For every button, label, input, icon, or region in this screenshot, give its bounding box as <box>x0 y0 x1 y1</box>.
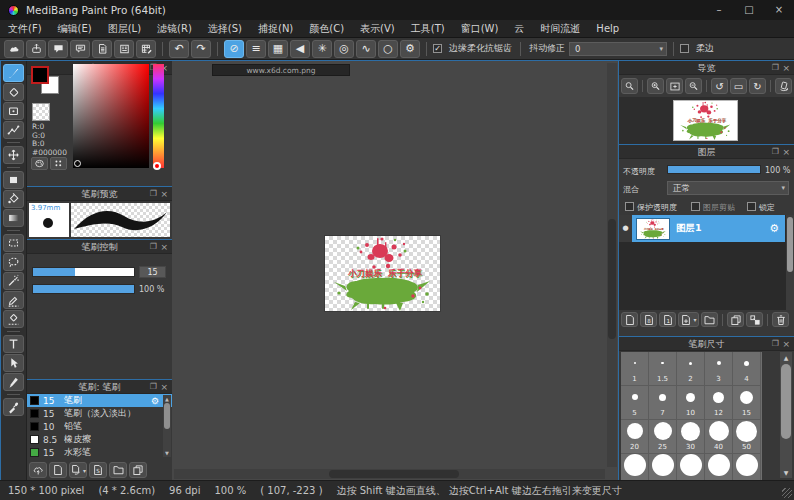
scrollbar-thumb[interactable] <box>787 217 793 272</box>
brush-size-cell[interactable]: 40 <box>705 420 733 454</box>
scrollbar-thumb[interactable] <box>329 470 459 478</box>
layer-folder-button[interactable] <box>701 312 718 327</box>
brush-size-cell[interactable]: 4 <box>733 352 761 386</box>
close-icon[interactable]: × <box>782 337 790 351</box>
menu-item[interactable]: Help <box>588 20 627 37</box>
reset-view-button[interactable]: ▭ <box>730 78 747 94</box>
brush-folder-button[interactable] <box>109 462 127 478</box>
scroll-up-icon[interactable]: ▲ <box>780 354 792 361</box>
select-tool[interactable] <box>3 171 24 189</box>
close-icon[interactable]: × <box>160 380 168 394</box>
scroll-down-icon[interactable]: ▼ <box>163 450 171 456</box>
maximize-button[interactable]: □ <box>734 0 764 20</box>
cloud-button[interactable] <box>4 40 24 58</box>
brush-size-cell[interactable]: 15 <box>733 386 761 420</box>
snap-vanishing-point-button[interactable]: ◀ <box>290 40 310 58</box>
brush-size-cell[interactable]: 10 <box>677 386 705 420</box>
add-layer-button[interactable] <box>621 312 638 327</box>
menu-item[interactable]: 选择(S) <box>200 20 250 37</box>
eyedropper-tool[interactable] <box>3 398 24 416</box>
brush-tool[interactable] <box>3 64 24 82</box>
select-pen-tool[interactable] <box>3 291 24 309</box>
text-tool[interactable] <box>3 335 24 353</box>
menu-item[interactable]: 图层(L) <box>100 20 149 37</box>
rotate-left-button[interactable]: ↺ <box>711 78 728 94</box>
brush-size-cell[interactable]: 3 <box>705 352 733 386</box>
brush-list-item[interactable]: 15水彩笔 <box>27 446 172 458</box>
add-brush-menu-button[interactable]: ▾ <box>69 462 87 478</box>
brush-list-item[interactable]: 15笔刷⚙ <box>27 394 172 407</box>
brush-size-cell[interactable]: 1 <box>621 352 649 386</box>
snap-concentric-button[interactable]: ◎ <box>334 40 354 58</box>
zoom-in-button[interactable] <box>647 78 664 94</box>
zoom-fit-button[interactable] <box>666 78 683 94</box>
shape-tool[interactable] <box>3 102 24 120</box>
brush-settings-icon[interactable]: ⚙ <box>151 396 159 406</box>
rotate-right-button[interactable]: ↻ <box>749 78 766 94</box>
close-icon[interactable]: × <box>160 187 168 201</box>
gradient-tool[interactable] <box>3 209 24 227</box>
scrollbar-thumb[interactable] <box>781 364 791 439</box>
brush-list-item[interactable]: 15笔刷（淡入淡出） <box>27 407 172 420</box>
layer-opacity-slider[interactable] <box>667 165 761 174</box>
snap-curve-button[interactable]: ∿ <box>356 40 376 58</box>
publish-button[interactable] <box>26 40 46 58</box>
transparent-color-swatch[interactable] <box>32 103 50 121</box>
stabilizer-dropdown[interactable]: 0▾ <box>569 42 667 56</box>
add-8bit-layer-button[interactable]: 8 <box>640 312 657 327</box>
popout-icon[interactable]: ❐ <box>150 240 157 254</box>
merge-layer-button[interactable] <box>746 312 763 327</box>
brush-list-scrollbar[interactable]: ▲ ▼ <box>163 395 171 457</box>
clipping-checkbox[interactable] <box>691 202 700 211</box>
menu-item[interactable]: 工具(T) <box>403 20 453 37</box>
popout-icon[interactable]: ❐ <box>150 380 157 394</box>
magic-wand-tool[interactable] <box>3 272 24 290</box>
brush-size-value[interactable]: 15 <box>139 266 166 278</box>
delete-layer-button[interactable] <box>772 312 789 327</box>
menu-item[interactable]: 表示(V) <box>352 20 403 37</box>
menu-item[interactable]: 文件(F) <box>0 20 50 37</box>
move-tool[interactable] <box>3 146 24 164</box>
brush-size-cell[interactable] <box>677 454 705 480</box>
comment-button[interactable] <box>48 40 68 58</box>
brush-opacity-slider[interactable] <box>32 284 135 294</box>
layer-visibility-icon[interactable]: ● <box>619 215 632 242</box>
menu-item[interactable]: 捕捉(N) <box>250 20 301 37</box>
canvas-tab[interactable]: www.x6d.com.png <box>212 64 350 76</box>
operate-tool[interactable] <box>3 354 24 372</box>
brush-size-cell[interactable]: 50 <box>733 420 761 454</box>
layer-scrollbar[interactable] <box>786 215 794 310</box>
menu-item[interactable]: 颜色(C) <box>301 20 352 37</box>
snap-settings-button[interactable]: ⚙ <box>400 40 420 58</box>
brush-size-cell[interactable]: 2 <box>677 352 705 386</box>
menu-item[interactable]: 滤镜(R) <box>149 20 200 37</box>
close-button[interactable]: × <box>764 0 794 20</box>
script-brush-button[interactable]: S <box>89 462 107 478</box>
canvas-vertical-scrollbar[interactable] <box>607 63 617 467</box>
brush-cloud-download-button[interactable] <box>29 462 47 478</box>
brush-list-item[interactable]: 10铅笔 <box>27 420 172 433</box>
popout-icon[interactable]: ❐ <box>772 61 779 75</box>
foreground-color-swatch[interactable] <box>31 66 49 84</box>
snap-ellipse-button[interactable]: ○ <box>378 40 398 58</box>
navigator-view[interactable] <box>619 97 794 144</box>
grid-edit-button[interactable] <box>136 40 156 58</box>
select-eraser-tool[interactable] <box>3 310 24 328</box>
document-list-button[interactable] <box>114 40 134 58</box>
brush-size-cell[interactable]: 25 <box>649 420 677 454</box>
brush-size-cell[interactable] <box>733 454 761 480</box>
add-1bit-layer-button[interactable]: 1 <box>659 312 676 327</box>
saturation-value-picker[interactable] <box>73 64 149 168</box>
canvas-image[interactable] <box>325 236 440 311</box>
snap-off-button[interactable]: ⊘ <box>224 40 244 58</box>
zoom-100-button[interactable] <box>621 78 638 94</box>
snap-radial-button[interactable]: ✳ <box>312 40 332 58</box>
redo-button[interactable]: ↷ <box>191 40 211 58</box>
brush-size-cell[interactable] <box>621 454 649 480</box>
popout-icon[interactable]: ❐ <box>772 145 779 159</box>
scroll-up-icon[interactable]: ▲ <box>163 396 171 402</box>
menu-item[interactable]: 编辑(E) <box>50 20 100 37</box>
add-brush-button[interactable] <box>49 462 67 478</box>
lasso-tool[interactable] <box>3 253 24 271</box>
polyline-tool[interactable] <box>3 121 24 139</box>
